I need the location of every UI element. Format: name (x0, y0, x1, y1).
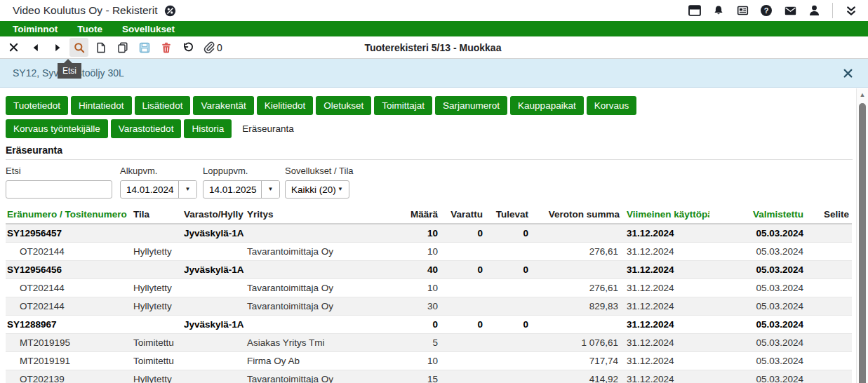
bell-icon[interactable] (712, 4, 726, 18)
table-cell: 10 (396, 243, 441, 261)
table-cell: 31.12.2024 (622, 243, 709, 261)
table-row[interactable]: OT202139HyllytettyTavarantoimittaja Oy15… (6, 370, 852, 383)
table-cell (131, 316, 181, 334)
next-record-button[interactable] (48, 38, 67, 57)
table-cell (181, 352, 244, 370)
delete-button[interactable] (156, 38, 175, 57)
table-cell (806, 261, 852, 279)
end-date-dropdown-button[interactable]: ▼ (261, 181, 279, 198)
scroll-up-icon[interactable]: ▲ (857, 92, 868, 98)
search-button[interactable] (69, 38, 88, 57)
previous-record-button[interactable] (26, 38, 45, 57)
tab-varakentat[interactable]: Varakentät (193, 96, 253, 115)
start-date-combo: ▼ (120, 180, 197, 199)
tab-kielitiedot[interactable]: Kielitiedot (257, 96, 314, 115)
window-title: Video Koulutus Oy - Rekisterit (13, 4, 157, 17)
menu-item-sovellukset[interactable]: Sovellukset (112, 22, 185, 36)
table-row[interactable]: MT2019191ToimitettuFirma Oy Ab10717,7431… (6, 352, 852, 370)
table-cell: OT202144 (6, 279, 131, 297)
table-cell: Jyväskylä-1A (181, 316, 244, 334)
chevron-down-icon: ▼ (338, 187, 343, 192)
scrollbar-thumb[interactable] (859, 103, 866, 383)
table-cell (486, 243, 531, 261)
column-header-yritys[interactable]: Yritys (244, 206, 396, 224)
undo-icon[interactable] (178, 38, 197, 57)
table-cell: 0 (396, 316, 441, 334)
table-row[interactable]: OT202144HyllytettyTavarantoimittaja Oy10… (6, 279, 852, 297)
table-cell (131, 224, 181, 243)
table-cell: SY12956457 (6, 224, 131, 243)
search-filter-input[interactable] (6, 180, 112, 199)
tab-sarjanumerot[interactable]: Sarjanumerot (435, 96, 507, 115)
table-row[interactable]: MT2019195ToimitettuAsiakas Yritys Tmi51 … (6, 334, 852, 352)
tab-eraseuranta[interactable]: Eräseuranta (234, 119, 302, 138)
status-filter-dropdown[interactable]: Kaikki (20) ▼ (285, 180, 349, 199)
tab-varastotiedot[interactable]: Varastotiedot (111, 119, 182, 138)
table-cell: 05.03.2024 (709, 370, 806, 383)
table-cell: 31.12.2024 (622, 297, 709, 316)
copy-record-button[interactable] (113, 38, 132, 57)
table-cell (806, 224, 852, 243)
user-icon[interactable] (807, 4, 821, 18)
column-header-eranumero-tositenumero[interactable]: Eränumero / Tositenumero (6, 206, 131, 224)
table-cell: 05.03.2024 (709, 224, 806, 243)
start-date-label: Alkupvm. (120, 166, 199, 176)
tabs-row-1: TuotetiedotHintatiedotLisätiedotVarakent… (6, 96, 862, 117)
table-row[interactable]: SY12956457Jyväskylä-1A100031.12.202405.0… (6, 224, 852, 243)
table-row[interactable]: OT202144HyllytettyTavarantoimittaja Oy30… (6, 297, 852, 316)
table-cell: 05.03.2024 (709, 334, 806, 352)
batch-tracking-panel: TuotetiedotHintatiedotLisätiedotVarakent… (0, 88, 868, 383)
start-date-dropdown-button[interactable]: ▼ (178, 181, 196, 198)
attachments-button[interactable]: 0 (203, 41, 222, 53)
end-date-combo: ▼ (203, 180, 280, 199)
table-cell (486, 334, 531, 352)
column-header-varasto-hylly[interactable]: Varasto/Hylly (181, 206, 244, 224)
table-row[interactable]: SY1288967Jyväskylä-1A00031.12.202405.03.… (6, 316, 852, 334)
table-cell: Hyllytetty (131, 370, 181, 383)
table-row[interactable]: OT202144HyllytettyTavarantoimittaja Oy10… (6, 243, 852, 261)
tab-kauppapaikat[interactable]: Kauppapaikat (510, 96, 584, 115)
double-chevron-down-icon[interactable] (844, 4, 858, 18)
infobar: SY12, Syväpaistoöljy 30L (0, 59, 868, 88)
column-header-tila[interactable]: Tila (131, 206, 181, 224)
tabs-row-2: Korvaus työntekijälleVarastotiedotHistor… (6, 119, 862, 140)
table-row[interactable]: SY12956456Jyväskylä-1A400031.12.202405.0… (6, 261, 852, 279)
tab-oletukset[interactable]: Oletukset (316, 96, 371, 115)
tab-korvaus[interactable]: Korvaus (587, 96, 637, 115)
table-cell: 31.12.2024 (622, 334, 709, 352)
news-icon[interactable] (735, 4, 749, 18)
column-header-viimeinen-kayttopaiva[interactable]: Viimeinen käyttöpäivä (622, 206, 709, 224)
column-header-veroton-summa[interactable]: Veroton summa (531, 206, 622, 224)
column-header-maara[interactable]: Määrä (396, 206, 441, 224)
help-icon[interactable]: ? (759, 4, 773, 18)
close-record-button[interactable] (4, 38, 23, 57)
tab-historia[interactable]: Historia (184, 119, 232, 138)
infobar-close-icon[interactable] (843, 69, 853, 78)
tab-lisatiedot[interactable]: Lisätiedot (135, 96, 191, 115)
table-cell (441, 297, 486, 316)
window-icon[interactable] (688, 4, 702, 18)
menu-item-tuote[interactable]: Tuote (67, 22, 112, 36)
end-date-input[interactable] (203, 181, 261, 198)
tab-hintatiedot[interactable]: Hintatiedot (71, 96, 132, 115)
new-record-button[interactable] (91, 38, 110, 57)
menu-item-toiminnot[interactable]: Toiminnot (3, 22, 67, 36)
start-date-input[interactable] (121, 181, 178, 198)
tab-tuotetiedot[interactable]: Tuotetiedot (6, 96, 68, 115)
toolbar-title: Tuoterekisteri 5/13 - Muokkaa (222, 42, 643, 53)
save-button[interactable] (135, 38, 154, 57)
column-header-tulevat[interactable]: Tulevat (486, 206, 531, 224)
column-header-selite[interactable]: Selite (806, 206, 852, 224)
table-cell: 10 (396, 352, 441, 370)
status-filter-value: Kaikki (20) (291, 184, 336, 195)
table-cell (806, 370, 852, 383)
column-header-varattu[interactable]: Varattu (441, 206, 486, 224)
table-cell (181, 279, 244, 297)
table-cell: Toimitettu (131, 334, 181, 352)
mail-icon[interactable] (783, 4, 797, 18)
column-header-valmistettu[interactable]: Valmistettu (709, 206, 806, 224)
tab-korvaus-tyontekijalle[interactable]: Korvaus työntekijälle (6, 119, 108, 138)
table-cell: Toimitettu (131, 352, 181, 370)
tab-toimittajat[interactable]: Toimittajat (374, 96, 432, 115)
table-cell (244, 224, 396, 243)
